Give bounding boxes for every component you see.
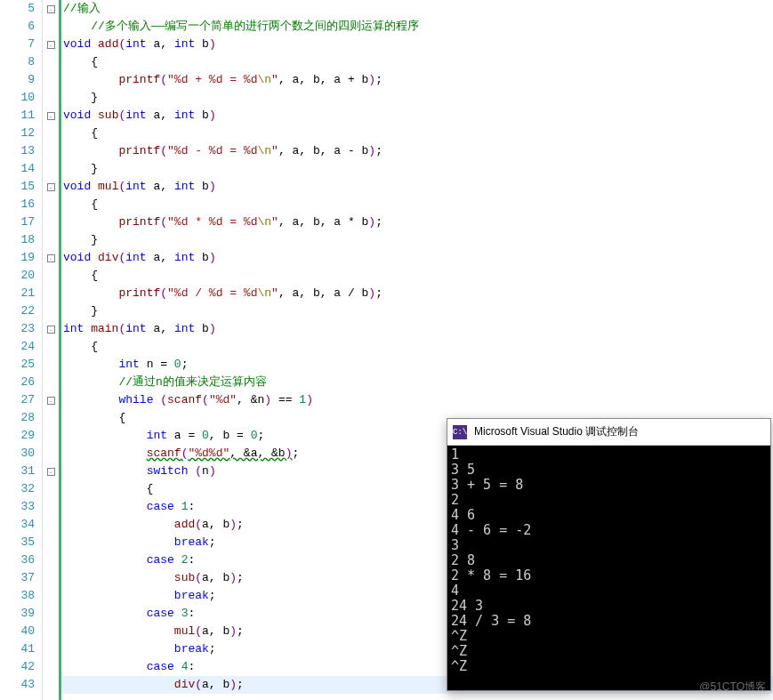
code-line[interactable]: } — [61, 231, 773, 249]
fold-gutter-line — [43, 605, 59, 623]
fold-gutter-line — [43, 676, 59, 694]
fold-gutter-line — [43, 231, 59, 249]
fold-gutter-line — [43, 498, 59, 516]
fold-toggle-icon[interactable]: - — [47, 112, 55, 120]
fold-toggle-icon[interactable]: - — [47, 183, 55, 191]
line-number: 26 — [0, 374, 35, 391]
fold-gutter-line — [43, 374, 59, 391]
line-number: 14 — [0, 160, 35, 178]
code-line[interactable]: //输入 — [61, 0, 773, 18]
fold-gutter-line: - — [43, 178, 59, 196]
fold-gutter-line — [43, 409, 59, 427]
console-window: C:\ Microsoft Visual Studio 调试控制台 1 3 5 … — [447, 418, 771, 691]
line-number: 30 — [0, 445, 35, 463]
fold-gutter-line: - — [43, 107, 59, 125]
line-number: 17 — [0, 213, 35, 231]
code-line[interactable]: printf("%d / %d = %d\n", a, b, a / b); — [61, 285, 773, 302]
code-line[interactable]: void mul(int a, int b) — [61, 178, 773, 196]
code-line[interactable]: void div(int a, int b) — [61, 249, 773, 267]
code-line[interactable]: printf("%d * %d = %d\n", a, b, a * b); — [61, 213, 773, 231]
line-number: 35 — [0, 534, 35, 551]
fold-gutter-line — [43, 658, 59, 676]
line-number: 25 — [0, 356, 35, 374]
fold-column: -------- — [43, 0, 59, 700]
fold-gutter-line — [43, 196, 59, 213]
fold-gutter-line — [43, 213, 59, 231]
code-line[interactable]: void add(int a, int b) — [61, 36, 773, 53]
line-number: 31 — [0, 463, 35, 480]
line-number: 33 — [0, 498, 35, 516]
code-line[interactable]: } — [61, 160, 773, 178]
code-line[interactable]: int main(int a, int b) — [61, 320, 773, 338]
line-number: 15 — [0, 178, 35, 196]
fold-gutter-line — [43, 551, 59, 569]
line-number: 42 — [0, 658, 35, 676]
code-line[interactable]: //通过n的值来决定运算内容 — [61, 374, 773, 391]
fold-toggle-icon[interactable]: - — [47, 254, 55, 262]
code-line[interactable]: { — [61, 338, 773, 356]
code-line[interactable]: { — [61, 196, 773, 213]
line-number: 7 — [0, 36, 35, 53]
line-number: 13 — [0, 142, 35, 160]
fold-gutter-line — [43, 623, 59, 640]
line-number: 41 — [0, 640, 35, 658]
fold-gutter-line — [43, 285, 59, 302]
fold-gutter-line: - — [43, 391, 59, 409]
line-number: 24 — [0, 338, 35, 356]
fold-gutter-line — [43, 587, 59, 605]
fold-gutter-line — [43, 89, 59, 107]
code-line[interactable]: while (scanf("%d", &n) == 1) — [61, 391, 773, 409]
fold-gutter-line — [43, 18, 59, 36]
console-title: Microsoft Visual Studio 调试控制台 — [474, 424, 639, 439]
line-number: 28 — [0, 409, 35, 427]
fold-gutter-line: - — [43, 0, 59, 18]
console-output[interactable]: 1 3 5 3 + 5 = 8 2 4 6 4 - 6 = -2 3 2 8 2… — [447, 446, 770, 676]
code-line[interactable]: { — [61, 125, 773, 142]
line-number: 10 — [0, 89, 35, 107]
code-line[interactable]: //多个输入——编写一个简单的进行两个数之间的四则运算的程序 — [61, 18, 773, 36]
fold-gutter-line — [43, 142, 59, 160]
fold-toggle-icon[interactable]: - — [47, 397, 55, 405]
code-line[interactable]: } — [61, 302, 773, 320]
line-number: 22 — [0, 302, 35, 320]
line-number: 8 — [0, 53, 35, 71]
fold-gutter-line: - — [43, 463, 59, 480]
console-titlebar[interactable]: C:\ Microsoft Visual Studio 调试控制台 — [447, 419, 770, 446]
code-line[interactable]: void sub(int a, int b) — [61, 107, 773, 125]
code-line[interactable]: printf("%d - %d = %d\n", a, b, a - b); — [61, 142, 773, 160]
fold-gutter-line — [43, 125, 59, 142]
line-number: 16 — [0, 196, 35, 213]
code-line[interactable]: printf("%d + %d = %d\n", a, b, a + b); — [61, 71, 773, 89]
fold-gutter-line — [43, 640, 59, 658]
fold-gutter-line — [43, 356, 59, 374]
code-line[interactable]: } — [61, 89, 773, 107]
fold-gutter-line: - — [43, 36, 59, 53]
line-number: 12 — [0, 125, 35, 142]
fold-gutter-line — [43, 445, 59, 463]
code-line[interactable]: { — [61, 53, 773, 71]
line-number: 6 — [0, 18, 35, 36]
line-number: 18 — [0, 231, 35, 249]
fold-toggle-icon[interactable]: - — [47, 41, 55, 49]
code-line[interactable]: int n = 0; — [61, 356, 773, 374]
code-line[interactable]: { — [61, 267, 773, 285]
line-number: 36 — [0, 551, 35, 569]
line-number: 29 — [0, 427, 35, 445]
fold-toggle-icon[interactable]: - — [47, 5, 55, 13]
line-number: 11 — [0, 107, 35, 125]
line-number: 23 — [0, 320, 35, 338]
line-number: 39 — [0, 605, 35, 623]
fold-toggle-icon[interactable]: - — [47, 326, 55, 334]
fold-gutter-line: - — [43, 249, 59, 267]
fold-gutter-line — [43, 302, 59, 320]
line-number: 5 — [0, 0, 35, 18]
fold-gutter-line — [43, 516, 59, 534]
fold-gutter-line: - — [43, 320, 59, 338]
fold-toggle-icon[interactable]: - — [47, 468, 55, 476]
line-number: 43 — [0, 676, 35, 694]
console-icon: C:\ — [453, 425, 467, 439]
line-number: 19 — [0, 249, 35, 267]
line-number: 40 — [0, 623, 35, 640]
fold-gutter-line — [43, 569, 59, 587]
fold-gutter-line — [43, 267, 59, 285]
